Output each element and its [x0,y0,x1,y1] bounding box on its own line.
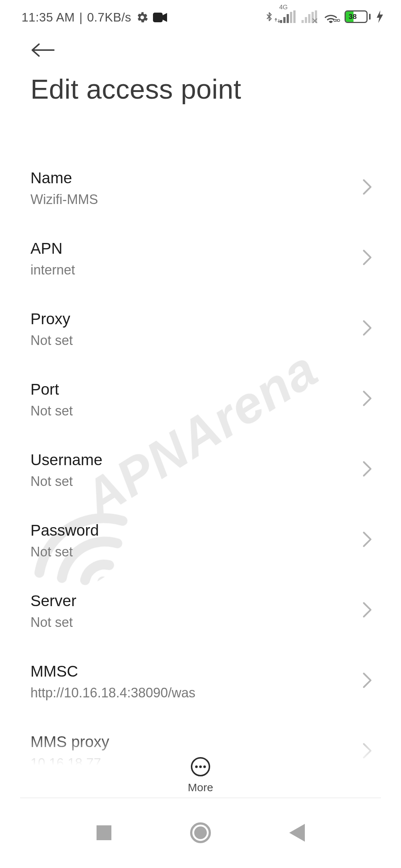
row-value: Not set [30,615,371,630]
chevron-right-icon [362,602,372,619]
bolt-icon [376,10,383,23]
svg-rect-8 [308,14,310,23]
row-label: Server [30,591,371,611]
chevron-right-icon [362,390,372,408]
svg-point-15 [195,766,198,768]
bottom-divider [20,798,381,798]
chevron-right-icon [362,249,372,267]
triangle-left-icon [289,824,305,842]
row-password[interactable]: Password Not set [0,505,401,575]
more-label: More [188,781,213,794]
row-apn[interactable]: APN internet [0,223,401,293]
circle-icon [190,822,211,843]
system-nav-bar [0,801,401,868]
more-circle-icon [190,757,211,777]
svg-rect-18 [97,825,111,840]
row-label: APN [30,239,371,259]
row-name[interactable]: Name Wizifi-MMS [0,152,401,223]
signal-sim2-icon [301,10,317,23]
svg-rect-7 [305,17,307,23]
nav-recents-button[interactable] [82,811,126,855]
svg-rect-5 [293,10,296,23]
chevron-right-icon [362,461,372,479]
svg-rect-6 [301,20,304,23]
status-time: 11:35 AM [22,10,75,24]
svg-rect-2 [283,17,286,23]
chevron-right-icon [362,531,372,549]
row-value: http://10.16.18.4:38090/was [30,685,371,700]
row-proxy[interactable]: Proxy Not set [0,293,401,364]
row-value: Wizifi-MMS [30,192,371,207]
chevron-right-icon [362,179,372,197]
row-username[interactable]: Username Not set [0,434,401,505]
svg-rect-1 [280,20,282,23]
signal-4g-icon: 4G [280,10,296,23]
chevron-right-icon [362,672,372,690]
status-bar: 11:35 AM | 0.7KB/s 4G 38 [0,0,401,26]
nav-back-button[interactable] [275,811,319,855]
svg-rect-4 [290,12,292,23]
row-label: Proxy [30,309,371,329]
row-value: Not set [30,544,371,559]
row-label: Port [30,380,371,400]
back-button[interactable] [30,37,56,63]
gear-icon [136,11,149,24]
row-mmsc[interactable]: MMSC http://10.16.18.4:38090/was [0,646,401,716]
video-camera-icon [153,13,167,22]
row-label: Username [30,450,371,470]
row-value: internet [30,262,371,277]
more-button[interactable]: More [188,757,213,794]
svg-point-20 [194,826,207,839]
row-value: Not set [30,403,371,418]
row-label: Name [30,168,371,188]
row-value: Not set [30,474,371,489]
wifi-icon [323,10,339,23]
row-server[interactable]: Server Not set [0,575,401,646]
status-separator: | [79,10,82,24]
svg-rect-0 [153,13,163,22]
square-icon [97,825,111,840]
battery-icon: 38 [345,10,371,23]
svg-point-17 [203,766,206,768]
settings-list: Name Wizifi-MMS APN internet Proxy Not s… [0,152,401,787]
arrow-left-icon [31,43,55,57]
chevron-right-icon [362,320,372,338]
nav-home-button[interactable] [178,811,223,855]
row-port[interactable]: Port Not set [0,364,401,434]
svg-point-16 [199,766,202,768]
more-bar: More [0,731,401,794]
row-value: Not set [30,333,371,348]
page-title: Edit access point [0,74,401,104]
row-label: MMSC [30,662,371,681]
bluetooth-icon [264,10,274,24]
row-label: Password [30,521,371,540]
back-bar [0,26,401,74]
svg-rect-3 [287,14,289,23]
status-net-speed: 0.7KB/s [87,10,131,24]
